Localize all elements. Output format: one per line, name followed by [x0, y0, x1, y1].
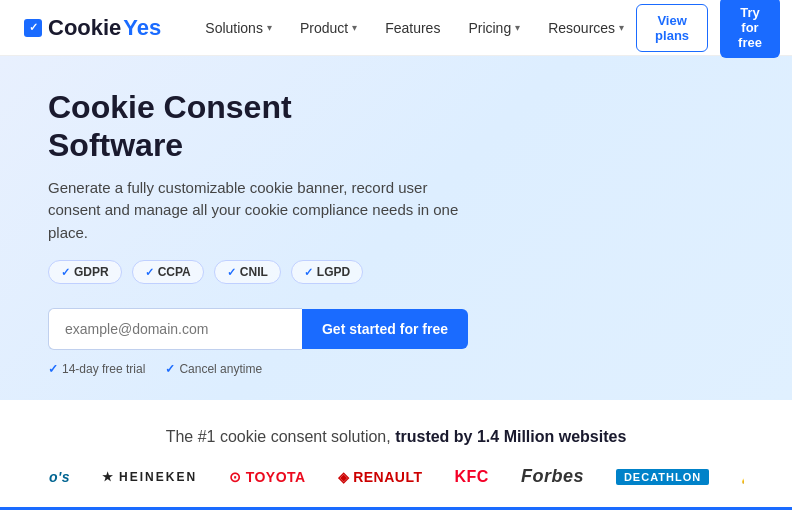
- chevron-down-icon: ▾: [352, 22, 357, 33]
- trust-title: The #1 cookie consent solution, trusted …: [48, 428, 744, 446]
- brand-renault: ◈ RENAULT: [338, 469, 423, 485]
- brand-toyota: ⊙ TOYOTA: [229, 469, 306, 485]
- check-icon: ✓: [165, 362, 175, 376]
- brand-decathlon: DECATHLON: [616, 469, 709, 485]
- trust-section: The #1 cookie consent solution, trusted …: [0, 400, 792, 507]
- nav-item-product[interactable]: Product ▾: [288, 12, 369, 44]
- brand-logos-row: ⬡ Domino's ★ HEINEKEN ⊙ TOYOTA ◈ RENAULT…: [48, 466, 744, 487]
- logo-text-yes: Yes: [123, 15, 161, 41]
- compliance-badges: ✓ GDPR ✓ CCPA ✓ CNIL ✓ LGPD: [48, 260, 744, 284]
- free-notes: ✓ 14-day free trial ✓ Cancel anytime: [48, 362, 744, 376]
- heineken-icon: ★: [102, 470, 115, 484]
- logo-text-cookie: Cookie: [48, 15, 121, 41]
- chevron-down-icon: ▾: [619, 22, 624, 33]
- nav-item-resources[interactable]: Resources ▾: [536, 12, 636, 44]
- nav-item-solutions[interactable]: Solutions ▾: [193, 12, 284, 44]
- free-trial-note: ✓ 14-day free trial: [48, 362, 145, 376]
- cancel-note: ✓ Cancel anytime: [165, 362, 262, 376]
- dorel-icon: 🔑: [741, 469, 744, 484]
- email-input[interactable]: [48, 308, 302, 350]
- hero-subtitle: Generate a fully customizable cookie ban…: [48, 177, 468, 245]
- check-icon: ✓: [48, 362, 58, 376]
- brand-dominos: ⬡ Domino's: [48, 469, 70, 485]
- chevron-down-icon: ▾: [267, 22, 272, 33]
- badge-gdpr: ✓ GDPR: [48, 260, 122, 284]
- email-form: Get started for free: [48, 308, 468, 350]
- brand-forbes: Forbes: [521, 466, 584, 487]
- renault-icon: ◈: [338, 469, 350, 485]
- badge-cnil: ✓ CNIL: [214, 260, 281, 284]
- nav-item-pricing[interactable]: Pricing ▾: [456, 12, 532, 44]
- badge-ccpa: ✓ CCPA: [132, 260, 204, 284]
- brand-dorel: 🔑 Dore...: [741, 469, 744, 484]
- chevron-down-icon: ▾: [515, 22, 520, 33]
- nav-actions: View plans Try for free: [636, 0, 780, 58]
- try-free-button[interactable]: Try for free: [720, 0, 780, 58]
- brand-kfc: KFC: [455, 468, 489, 486]
- check-icon: ✓: [145, 266, 154, 279]
- nav-item-features[interactable]: Features: [373, 12, 452, 44]
- nav-links: Solutions ▾ Product ▾ Features Pricing ▾…: [193, 12, 636, 44]
- view-plans-button[interactable]: View plans: [636, 4, 708, 52]
- badge-lgpd: ✓ LGPD: [291, 260, 363, 284]
- logo[interactable]: CookieYes: [24, 15, 161, 41]
- navbar: CookieYes Solutions ▾ Product ▾ Features…: [0, 0, 792, 56]
- hero-title: Cookie ConsentSoftware: [48, 88, 744, 165]
- check-icon: ✓: [227, 266, 236, 279]
- brand-heineken: ★ HEINEKEN: [102, 470, 197, 484]
- check-icon: ✓: [61, 266, 70, 279]
- toyota-icon: ⊙: [229, 469, 242, 485]
- check-icon: ✓: [304, 266, 313, 279]
- logo-icon: [24, 19, 42, 37]
- get-started-button[interactable]: Get started for free: [302, 309, 468, 349]
- hero-section: Cookie ConsentSoftware Generate a fully …: [0, 56, 792, 400]
